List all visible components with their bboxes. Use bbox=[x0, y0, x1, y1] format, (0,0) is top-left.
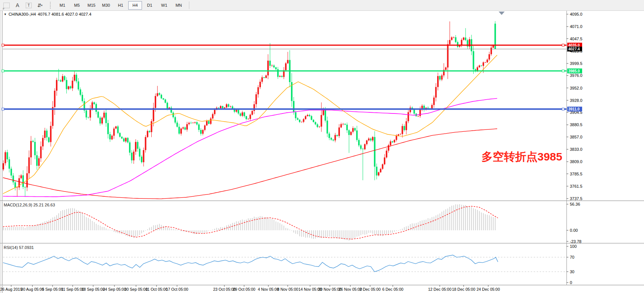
candle-body bbox=[36, 155, 38, 166]
candle-body bbox=[453, 37, 454, 38]
candle-body bbox=[42, 138, 44, 147]
candle-body bbox=[465, 38, 466, 40]
macd-label-row: MACD(12,26,9) 25.21 26.63 bbox=[4, 203, 55, 207]
chart-annotation-text[interactable]: 多空转折点3985 bbox=[482, 149, 562, 165]
hline-handle[interactable] bbox=[2, 70, 4, 72]
candle-body bbox=[157, 93, 158, 96]
dropdown-caret-icon: ▾ bbox=[41, 4, 42, 7]
toolbar-drag-grip[interactable] bbox=[50, 2, 52, 9]
candle-body bbox=[413, 109, 415, 113]
candle-body bbox=[28, 158, 30, 174]
text-label-tool-button[interactable]: A bbox=[13, 1, 22, 9]
candle-body bbox=[182, 127, 184, 128]
candle-body bbox=[58, 80, 59, 80]
candle-body bbox=[70, 86, 71, 88]
timeframe-button-m15[interactable]: M15 bbox=[85, 1, 98, 10]
candle-body bbox=[220, 106, 221, 108]
candle-body bbox=[226, 104, 227, 107]
mt4-application: F A T ⇵ ▾ M1M5M15M30H1H4D1W1MN 4095.0407… bbox=[0, 0, 644, 293]
candle-body bbox=[141, 157, 142, 162]
timeframe-button-w1[interactable]: W1 bbox=[157, 1, 171, 10]
candle-body bbox=[143, 150, 144, 162]
candle-body bbox=[129, 143, 130, 153]
candle-body bbox=[334, 135, 336, 141]
timeframe-button-d1[interactable]: D1 bbox=[143, 1, 157, 10]
price-axis-label: 4071.0 bbox=[570, 24, 583, 29]
candle-body bbox=[100, 118, 101, 124]
candle-body bbox=[135, 142, 136, 152]
candle-body bbox=[394, 140, 395, 142]
candle-body bbox=[392, 141, 393, 143]
timeframe-button-m30[interactable]: M30 bbox=[99, 1, 113, 10]
timeframe-button-m1[interactable]: M1 bbox=[56, 1, 69, 10]
candle-body bbox=[62, 76, 63, 81]
timeframe-button-m5[interactable]: M5 bbox=[70, 1, 84, 10]
candle-body bbox=[285, 63, 287, 70]
candle-body bbox=[94, 102, 95, 104]
indicator-grid-icon[interactable]: F bbox=[1, 1, 11, 9]
candle-body bbox=[9, 159, 10, 169]
price-axis-label: 3857.0 bbox=[570, 135, 583, 139]
candle-body bbox=[405, 121, 407, 130]
candle-body bbox=[301, 122, 302, 122]
candle-body bbox=[360, 146, 362, 149]
candle-body bbox=[337, 135, 338, 136]
candle-body bbox=[295, 112, 296, 118]
price-badge: 3985.0 bbox=[568, 69, 580, 73]
candle-body bbox=[13, 175, 14, 182]
candle-body bbox=[48, 137, 50, 142]
cycle-arrows-icon: ⇵ bbox=[37, 3, 41, 8]
timeframe-button-mn[interactable]: MN bbox=[172, 1, 186, 10]
candle-body bbox=[159, 93, 160, 95]
date-label: 2 Dec 05:00 bbox=[360, 287, 381, 292]
candle-body bbox=[342, 124, 344, 124]
candle-body bbox=[461, 40, 463, 46]
candle-body bbox=[137, 142, 138, 149]
hline-handle[interactable] bbox=[562, 108, 564, 110]
candle-body bbox=[95, 104, 97, 112]
candle-body bbox=[313, 120, 314, 122]
price-axis-label: 3761.5 bbox=[570, 184, 583, 188]
candle-body bbox=[484, 62, 486, 63]
candle-body bbox=[410, 107, 411, 112]
candle-body bbox=[155, 96, 156, 108]
candle-body bbox=[275, 67, 277, 69]
hline-handle[interactable] bbox=[2, 108, 4, 110]
date-label: 24 Dec 05:00 bbox=[477, 287, 500, 292]
price-axis-label: 3737.5 bbox=[570, 196, 583, 201]
candle-body bbox=[299, 120, 300, 122]
timeframe-group: M1M5M15M30H1H4D1W1MN bbox=[55, 1, 186, 10]
hline-handle[interactable] bbox=[562, 70, 564, 72]
text-box-icon: T bbox=[26, 3, 32, 8]
date-label: 6 Dec 05:00 bbox=[382, 287, 404, 292]
candle-body bbox=[80, 90, 81, 95]
candle-body bbox=[325, 109, 326, 121]
text-box-tool-button[interactable]: T bbox=[24, 1, 34, 9]
chart-title-row: ▼ CHINA300-,H4 4076.7 4081.6 4027.0 4027… bbox=[4, 12, 91, 16]
candle-body bbox=[34, 142, 36, 155]
candle-body bbox=[22, 175, 24, 187]
price-axis-label: 3928.0 bbox=[570, 98, 583, 103]
candle-body bbox=[431, 105, 433, 109]
hline-handle[interactable] bbox=[562, 44, 564, 46]
candle-body bbox=[326, 121, 328, 134]
candle-body bbox=[372, 137, 373, 140]
price-axis-label: 3833.0 bbox=[570, 147, 583, 152]
hline-handle[interactable] bbox=[2, 44, 4, 46]
timeframe-button-h1[interactable]: H1 bbox=[114, 1, 127, 10]
timeframe-button-h4[interactable]: H4 bbox=[128, 1, 142, 10]
rsi-indicator-label: RSI(14) bbox=[4, 245, 18, 250]
candle-body bbox=[173, 113, 174, 117]
candle-body bbox=[162, 99, 164, 100]
candle-body bbox=[188, 123, 190, 124]
candle-body bbox=[206, 121, 208, 125]
cycle-arrows-button[interactable]: ⇵ ▾ bbox=[35, 1, 45, 9]
candle-body bbox=[56, 80, 57, 91]
candle-body bbox=[202, 130, 203, 134]
date-label: 11 Sep 05:00 bbox=[61, 287, 84, 292]
candle-body bbox=[455, 37, 457, 42]
candle-body bbox=[7, 152, 8, 159]
candle-body bbox=[441, 75, 443, 80]
symbol-caret-icon[interactable]: ▼ bbox=[4, 13, 7, 16]
candle-body bbox=[198, 124, 200, 130]
